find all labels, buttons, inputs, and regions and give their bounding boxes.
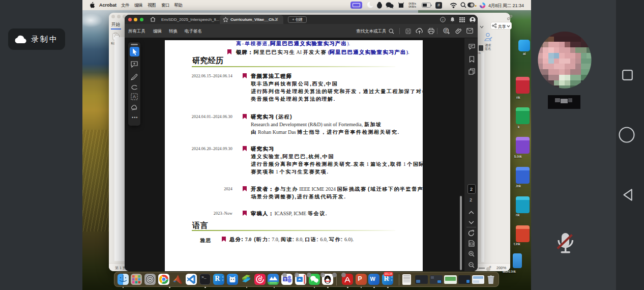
svg-text:@: @ — [444, 28, 448, 32]
svg-text:T: T — [284, 278, 287, 281]
svg-text:A: A — [133, 94, 136, 99]
svg-text:i: i — [443, 18, 444, 22]
